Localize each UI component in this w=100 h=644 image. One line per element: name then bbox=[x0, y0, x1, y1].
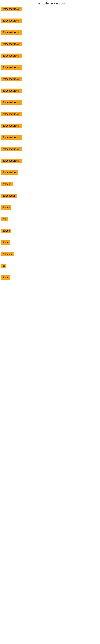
result-row-12: Bottleneck result bbox=[0, 132, 100, 144]
bottleneck-badge-4[interactable]: Bottleneck result bbox=[1, 42, 22, 46]
bottleneck-badge-23[interactable]: Bo bbox=[1, 264, 6, 268]
bottleneck-badge-9[interactable]: Bottleneck result bbox=[1, 100, 22, 105]
result-row-7: Bottleneck result bbox=[0, 74, 100, 85]
results-container: Bottleneck resultBottleneck resultBottle… bbox=[0, 6, 100, 284]
result-row-18: Bottlen bbox=[0, 202, 100, 214]
site-title: TheBottlenecker.com bbox=[0, 0, 100, 6]
result-row-11: Bottleneck result bbox=[0, 120, 100, 132]
bottleneck-badge-17[interactable]: Bottleneck r bbox=[1, 194, 17, 198]
result-row-5: Bottleneck result bbox=[0, 50, 100, 62]
result-row-20: Bottlen bbox=[0, 226, 100, 237]
result-row-16: Bottlene bbox=[0, 179, 100, 190]
bottleneck-badge-22[interactable]: Bottlenec bbox=[1, 252, 14, 256]
result-row-14: Bottleneck result bbox=[0, 155, 100, 167]
result-row-8: Bottleneck result bbox=[0, 85, 100, 97]
result-row-22: Bottlenec bbox=[0, 249, 100, 260]
bottleneck-badge-7[interactable]: Bottleneck result bbox=[1, 77, 22, 81]
bottleneck-badge-5[interactable]: Bottleneck result bbox=[1, 54, 22, 58]
bottleneck-badge-12[interactable]: Bottleneck result bbox=[1, 135, 22, 140]
result-row-1: Bottleneck result bbox=[0, 6, 100, 15]
bottleneck-badge-24[interactable]: Bottle bbox=[1, 275, 10, 280]
result-row-4: Bottleneck result bbox=[0, 39, 100, 50]
bottleneck-badge-11[interactable]: Bottleneck result bbox=[1, 124, 22, 128]
result-row-17: Bottleneck r bbox=[0, 190, 100, 202]
bottleneck-badge-6[interactable]: Bottleneck result bbox=[1, 65, 22, 70]
bottleneck-badge-21[interactable]: Bottle bbox=[1, 240, 10, 245]
result-row-3: Bottleneck result bbox=[0, 27, 100, 39]
result-row-10: Bottleneck result bbox=[0, 109, 100, 120]
result-row-21: Bottle bbox=[0, 237, 100, 249]
result-row-2: Bottleneck result bbox=[0, 15, 100, 27]
result-row-13: Bottleneck result bbox=[0, 144, 100, 155]
bottleneck-badge-3[interactable]: Bottleneck result bbox=[1, 30, 22, 34]
bottleneck-badge-16[interactable]: Bottlene bbox=[1, 182, 13, 186]
bottleneck-badge-19[interactable]: Bot bbox=[1, 217, 8, 222]
bottleneck-badge-10[interactable]: Bottleneck result bbox=[1, 112, 22, 116]
bottleneck-badge-2[interactable]: Bottleneck result bbox=[1, 18, 22, 23]
result-row-24: Bottle bbox=[0, 272, 100, 284]
bottleneck-badge-18[interactable]: Bottlen bbox=[1, 205, 11, 210]
bottleneck-badge-20[interactable]: Bottlen bbox=[1, 228, 11, 233]
result-row-19: Bot bbox=[0, 214, 100, 226]
result-row-9: Bottleneck result bbox=[0, 97, 100, 109]
bottleneck-badge-8[interactable]: Bottleneck result bbox=[1, 88, 22, 93]
page-wrapper: TheBottlenecker.com Bottleneck resultBot… bbox=[0, 0, 100, 644]
bottleneck-badge-13[interactable]: Bottleneck result bbox=[1, 147, 22, 151]
bottleneck-badge-14[interactable]: Bottleneck result bbox=[1, 158, 22, 163]
result-row-23: Bo bbox=[0, 260, 100, 272]
bottleneck-badge-15[interactable]: Bottleneck re bbox=[1, 170, 18, 175]
result-row-15: Bottleneck re bbox=[0, 167, 100, 179]
result-row-6: Bottleneck result bbox=[0, 62, 100, 74]
bottleneck-badge-1[interactable]: Bottleneck result bbox=[1, 7, 22, 11]
